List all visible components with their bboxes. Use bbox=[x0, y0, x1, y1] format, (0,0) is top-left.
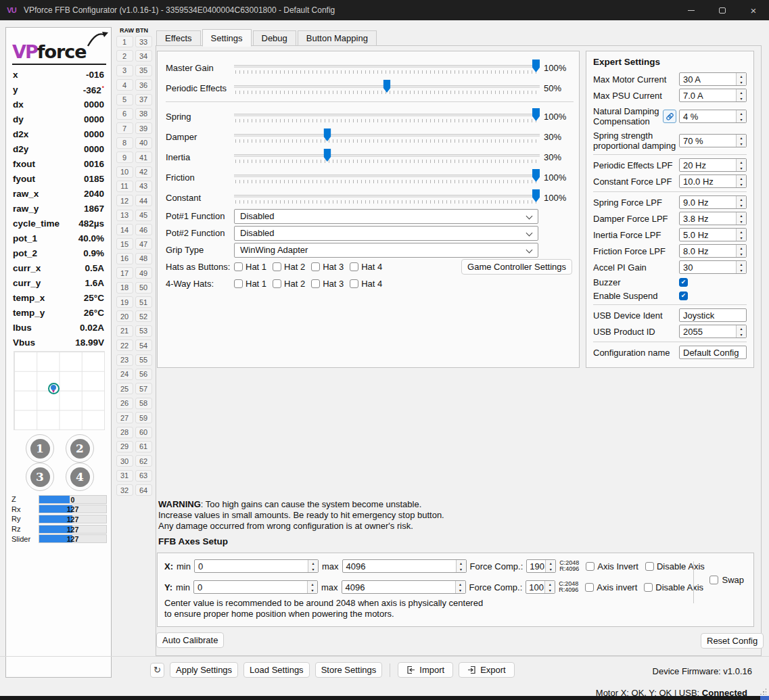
raw-btn-49[interactable]: 49 bbox=[135, 267, 152, 279]
checkbox-box[interactable] bbox=[585, 583, 594, 592]
close-button[interactable]: × bbox=[738, 0, 769, 20]
import-button[interactable]: Import bbox=[398, 662, 453, 678]
raw-btn-38[interactable]: 38 bbox=[135, 108, 152, 120]
disable-checkbox-y[interactable]: Disable Axis bbox=[644, 582, 703, 592]
checkbox-hats-as-buttons-hat-4[interactable]: Hat 4 bbox=[350, 262, 382, 272]
checkbox-hats-as-buttons-hat-1[interactable]: Hat 1 bbox=[234, 262, 266, 272]
raw-btn-51[interactable]: 51 bbox=[135, 296, 152, 308]
raw-btn-10[interactable]: 10 bbox=[116, 166, 133, 178]
spin-buttons[interactable]: ▴▾ bbox=[736, 110, 746, 122]
store-settings-button[interactable]: Store Settings bbox=[315, 662, 383, 678]
raw-btn-52[interactable]: 52 bbox=[135, 310, 152, 322]
raw-btn-3[interactable]: 3 bbox=[116, 65, 133, 76]
checkbox-box[interactable] bbox=[644, 583, 653, 592]
spinbox-spring-strength-proportional-damping[interactable]: 70 %▴▾ bbox=[679, 134, 747, 147]
input-configuration-name[interactable]: Default Config bbox=[679, 346, 747, 359]
raw-btn-44[interactable]: 44 bbox=[135, 195, 152, 206]
raw-btn-26[interactable]: 26 bbox=[116, 398, 133, 409]
raw-btn-36[interactable]: 36 bbox=[135, 79, 152, 91]
raw-btn-60[interactable]: 60 bbox=[135, 427, 152, 438]
checkbox-enable-suspend[interactable]: ✔ bbox=[679, 291, 688, 300]
raw-btn-40[interactable]: 40 bbox=[135, 137, 152, 149]
spinbox-damper-force-lpf[interactable]: 3.8 Hz▴▾ bbox=[679, 212, 747, 225]
raw-btn-37[interactable]: 37 bbox=[135, 94, 152, 106]
raw-btn-34[interactable]: 34 bbox=[135, 50, 152, 62]
export-button[interactable]: Export bbox=[459, 662, 515, 678]
resize-grip[interactable] bbox=[760, 688, 766, 695]
spin-down-icon[interactable]: ▾ bbox=[456, 587, 465, 593]
tab-button-mapping[interactable]: Button Mapping bbox=[298, 30, 377, 46]
spin-buttons[interactable]: ▴▾ bbox=[736, 245, 746, 257]
raw-btn-63[interactable]: 63 bbox=[135, 470, 152, 482]
raw-btn-29[interactable]: 29 bbox=[116, 441, 133, 452]
raw-btn-15[interactable]: 15 bbox=[116, 238, 133, 250]
spin-down-icon[interactable]: ▾ bbox=[737, 165, 746, 171]
checkbox-4-way-hats-hat-4[interactable]: Hat 4 bbox=[350, 279, 382, 289]
spin-up-icon[interactable]: ▴ bbox=[737, 159, 746, 165]
tab-debug[interactable]: Debug bbox=[253, 30, 296, 46]
spin-up-icon[interactable]: ▴ bbox=[456, 581, 465, 587]
raw-btn-20[interactable]: 20 bbox=[116, 310, 133, 322]
spin-down-icon[interactable]: ▾ bbox=[737, 218, 746, 225]
slider-constant[interactable] bbox=[234, 189, 540, 206]
spin-down-icon[interactable]: ▾ bbox=[546, 566, 555, 572]
spinbox-natural-damping-compensation[interactable]: 4 %▴▾ bbox=[679, 110, 747, 123]
raw-btn-61[interactable]: 61 bbox=[135, 441, 152, 452]
raw-btn-43[interactable]: 43 bbox=[135, 181, 152, 192]
checkbox-box[interactable] bbox=[350, 279, 358, 288]
raw-btn-30[interactable]: 30 bbox=[116, 455, 133, 467]
raw-btn-9[interactable]: 9 bbox=[116, 151, 133, 163]
swap-checkbox[interactable]: Swap bbox=[709, 575, 744, 585]
spinbox-constant-force-lpf[interactable]: 10.0 Hz▴▾ bbox=[679, 174, 747, 188]
spinbox-friction-force-lpf[interactable]: 8.0 Hz▴▾ bbox=[679, 244, 747, 258]
minimize-button[interactable] bbox=[676, 0, 707, 20]
spin-down-icon[interactable]: ▾ bbox=[737, 181, 746, 187]
swap-checkbox-box[interactable] bbox=[709, 576, 718, 584]
raw-btn-54[interactable]: 54 bbox=[135, 340, 152, 351]
checkbox-4-way-hats-hat-2[interactable]: Hat 2 bbox=[273, 279, 305, 289]
spin-up-icon[interactable]: ▴ bbox=[737, 245, 746, 251]
spin-up-icon[interactable]: ▴ bbox=[737, 261, 746, 267]
raw-btn-56[interactable]: 56 bbox=[135, 369, 152, 380]
disable-checkbox-x[interactable]: Disable Axis bbox=[645, 561, 705, 571]
checkbox-box[interactable] bbox=[586, 562, 595, 571]
raw-btn-32[interactable]: 32 bbox=[116, 484, 133, 496]
spin-buttons[interactable]: ▴▾ bbox=[736, 212, 746, 225]
game-controller-settings-button[interactable]: Game Controller Settings bbox=[461, 259, 572, 275]
checkbox-box[interactable] bbox=[234, 262, 243, 271]
raw-btn-50[interactable]: 50 bbox=[135, 282, 152, 294]
raw-btn-1[interactable]: 1 bbox=[116, 36, 133, 47]
raw-btn-14[interactable]: 14 bbox=[116, 224, 133, 235]
spin-buttons[interactable]: ▴▾ bbox=[736, 159, 746, 171]
raw-btn-57[interactable]: 57 bbox=[135, 383, 152, 394]
load-settings-button[interactable]: Load Settings bbox=[243, 662, 310, 678]
raw-btn-5[interactable]: 5 bbox=[116, 94, 133, 106]
spin-up-icon[interactable]: ▴ bbox=[545, 581, 555, 587]
spin-down-icon[interactable]: ▾ bbox=[308, 587, 317, 593]
maximize-button[interactable] bbox=[707, 0, 738, 20]
slider-damper[interactable] bbox=[234, 128, 540, 145]
link-toggle-button[interactable] bbox=[663, 110, 676, 123]
spin-up-icon[interactable]: ▴ bbox=[308, 581, 317, 587]
raw-btn-11[interactable]: 11 bbox=[116, 181, 133, 192]
spin-buttons[interactable]: ▴▾ bbox=[736, 261, 746, 273]
slider-spring[interactable] bbox=[234, 108, 540, 125]
spin-buttons[interactable]: ▴▾ bbox=[736, 73, 746, 85]
spinbox-inertia-force-lpf[interactable]: 5.0 Hz▴▾ bbox=[679, 228, 747, 241]
raw-btn-25[interactable]: 25 bbox=[116, 383, 133, 394]
raw-btn-46[interactable]: 46 bbox=[135, 224, 152, 235]
checkbox-box[interactable] bbox=[311, 262, 320, 271]
spin-up-icon[interactable]: ▴ bbox=[737, 229, 746, 235]
raw-btn-21[interactable]: 21 bbox=[116, 325, 133, 337]
raw-btn-24[interactable]: 24 bbox=[116, 369, 133, 380]
refresh-button[interactable]: ↻ bbox=[150, 663, 164, 678]
spin-up-icon[interactable]: ▴ bbox=[737, 73, 746, 79]
slider-friction[interactable] bbox=[234, 168, 540, 186]
checkbox-box[interactable] bbox=[234, 279, 243, 288]
raw-btn-18[interactable]: 18 bbox=[116, 282, 133, 294]
spin-buttons[interactable]: ▴▾ bbox=[736, 135, 746, 147]
spin-buttons[interactable]: ▴▾ bbox=[736, 89, 746, 101]
spin-up-icon[interactable]: ▴ bbox=[546, 560, 555, 566]
raw-btn-2[interactable]: 2 bbox=[116, 50, 133, 62]
spinbox-usb-product-id[interactable]: 2055▴▾ bbox=[679, 325, 747, 338]
